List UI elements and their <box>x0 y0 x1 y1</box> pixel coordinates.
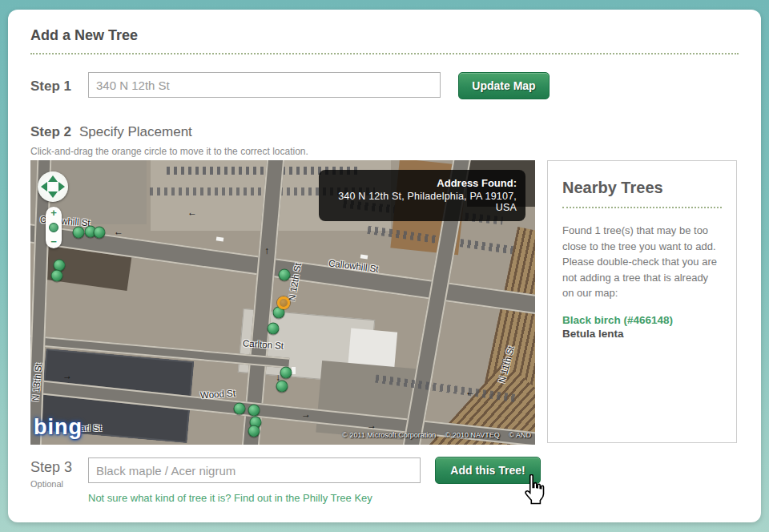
one-way-arrow-icon: ↑ <box>264 245 269 256</box>
map-pan-control[interactable] <box>38 171 68 202</box>
tree-marker[interactable] <box>248 425 260 437</box>
page-title: Add a New Tree <box>30 27 138 44</box>
tree-marker[interactable] <box>248 405 260 417</box>
nearby-tree-link[interactable]: Black birch (#466148) <box>562 314 722 326</box>
tree-marker[interactable] <box>276 381 288 393</box>
street-label-pearl: arl St <box>80 423 102 433</box>
add-tree-button[interactable]: Add this Tree! <box>435 457 541 484</box>
bing-logo[interactable]: bing <box>34 415 83 440</box>
address-found-tooltip: Address Found: 340 N 12th St, Philadelph… <box>319 170 525 221</box>
tooltip-heading: Address Found: <box>328 177 517 189</box>
nearby-trees-title: Nearby Trees <box>562 179 722 197</box>
tree-marker[interactable] <box>73 227 85 239</box>
step2-instruction: Click-and-drag the orange circle to move… <box>30 146 308 157</box>
tree-marker[interactable] <box>280 367 292 379</box>
tree-marker[interactable] <box>279 269 291 281</box>
philly-tree-key-link[interactable]: Not sure what kind of tree it is? Find o… <box>88 492 372 504</box>
map-copyright: © 2011 Microsoft Corporation © 2010 NAVT… <box>335 431 531 439</box>
add-tree-card: Add a New Tree Step 1 Update Map Step 2S… <box>8 10 761 522</box>
pan-right-icon[interactable] <box>58 182 65 191</box>
step2-label: Step 2 <box>30 124 71 139</box>
zoom-in-button[interactable]: + <box>50 208 57 218</box>
pan-left-icon[interactable] <box>41 182 47 191</box>
map-car <box>216 236 224 241</box>
map-car <box>360 254 368 259</box>
step3-label: Step 3 <box>30 459 72 476</box>
zoom-slider-knob[interactable] <box>49 223 58 232</box>
copyright-microsoft: © 2011 Microsoft Corporation <box>342 431 436 439</box>
nearby-trees-message: Found 1 tree(s) that may be too close to… <box>562 223 722 301</box>
map-zoom-control[interactable]: + − <box>46 207 62 248</box>
one-way-arrow-icon: ← <box>465 386 475 397</box>
one-way-arrow-icon: → <box>367 420 376 431</box>
tree-marker[interactable] <box>51 270 63 282</box>
one-way-arrow-icon: → <box>62 370 72 381</box>
pan-down-icon[interactable] <box>48 191 58 198</box>
tree-marker[interactable] <box>268 323 280 335</box>
step3-optional-label: Optional <box>30 479 63 489</box>
one-way-arrow-icon: → <box>301 409 311 420</box>
address-input[interactable] <box>88 72 441 98</box>
nearby-divider <box>562 207 722 208</box>
one-way-arrow-icon: ← <box>187 207 197 218</box>
step2-title: Specify Placement <box>79 124 192 139</box>
zoom-out-button[interactable]: − <box>50 237 57 247</box>
species-input[interactable] <box>88 457 421 483</box>
update-map-button[interactable]: Update Map <box>458 72 550 99</box>
map-canvas[interactable]: Callowhill St Callowhill St N 12th St Ca… <box>30 160 535 445</box>
nearby-tree-species: Betula lenta <box>562 328 722 340</box>
street-label-wood: Wood St <box>200 388 236 400</box>
page-background: Add a New Tree Step 1 Update Map Step 2S… <box>0 0 769 532</box>
tree-marker[interactable] <box>94 227 106 239</box>
nearby-trees-panel: Nearby Trees Found 1 tree(s) that may be… <box>547 160 737 443</box>
one-way-arrow-icon: ← <box>114 226 123 237</box>
step1-label: Step 1 <box>30 79 71 95</box>
map-car <box>292 367 296 374</box>
tree-placement-marker[interactable] <box>277 296 290 309</box>
tree-marker[interactable] <box>234 403 246 415</box>
pan-up-icon[interactable] <box>48 175 58 182</box>
copyright-and: © AND <box>509 431 531 439</box>
tooltip-address: 340 N 12th St, Philadelphia, PA 19107, U… <box>328 191 517 213</box>
step2-heading: Step 2Specify Placement <box>30 124 192 140</box>
copyright-navteq: © 2010 NAVTEQ <box>445 431 500 439</box>
title-divider <box>30 53 739 54</box>
